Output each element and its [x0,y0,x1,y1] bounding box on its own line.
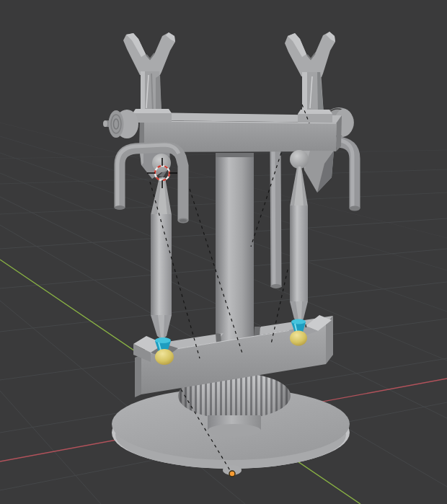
right-spindle-shaft [290,205,308,301]
right-tube-end-cap [271,284,282,288]
right-fork-base-front [298,114,332,123]
left-fork-stem-bevel [141,71,145,113]
left-pivot-ball [155,349,174,365]
hub-bottom [208,424,261,437]
left-fork-base-top [133,109,172,113]
left-thumbscrew-axle-cap [103,120,107,127]
left-spindle[interactable] [151,177,172,342]
gear-hub[interactable] [208,415,261,437]
right-pivot-ball [290,331,307,346]
object-origin-dot[interactable] [229,471,235,477]
left-pivot-cone-top [155,337,171,343]
left-spindle-shaft [151,214,172,315]
left-tube-end-cap-inner [180,219,187,222]
bar-left-end-face [135,355,141,397]
right-ball-joint [290,150,309,169]
right-fork-stem-bevel [302,72,307,114]
left-fork-base-front [133,113,172,123]
blender-viewport[interactable] [0,0,447,504]
right-fork-base-top [298,110,332,114]
right-pivot-cone-top [291,319,306,324]
left-tube-end-cap [115,205,125,210]
right-tube-end-cap [350,206,360,211]
column-top-shadow [216,153,254,157]
